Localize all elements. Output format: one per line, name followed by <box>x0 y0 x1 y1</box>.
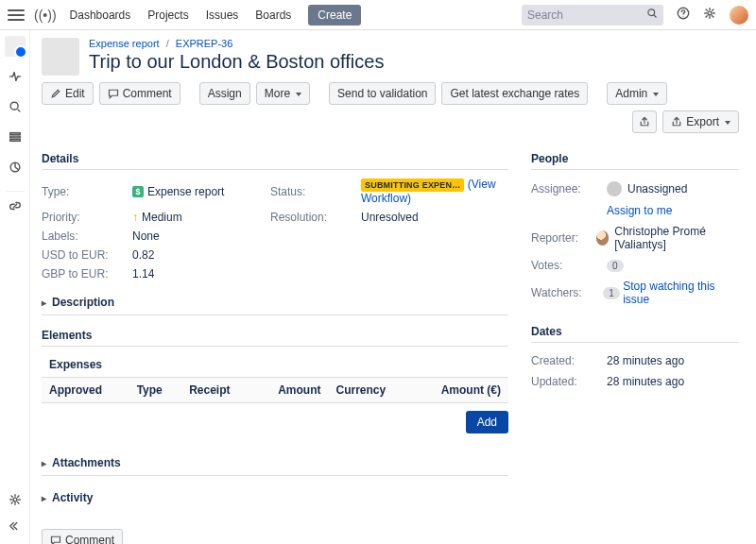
resolution-label: Resolution: <box>270 211 355 224</box>
priority-value: ↑Medium <box>132 211 265 224</box>
issue-thumbnail <box>42 38 79 76</box>
nav-issues[interactable]: Issues <box>206 8 239 22</box>
nav-projects[interactable]: Projects <box>147 8 188 22</box>
col-currency[interactable]: Currency <box>328 378 411 403</box>
svg-point-11 <box>13 498 17 502</box>
created-label: Created: <box>531 354 607 367</box>
type-value: $Expense report <box>132 185 265 198</box>
issue-title: Trip to our London & Boston offices <box>89 51 384 73</box>
col-receipt[interactable]: Receipt <box>181 378 253 403</box>
breadcrumb: Expense report / EXPREP-36 <box>89 38 384 49</box>
svg-point-0 <box>648 9 655 16</box>
get-rates-button[interactable]: Get latest exchange rates <box>441 82 588 105</box>
admin-button[interactable]: Admin <box>607 82 667 105</box>
description-toggle[interactable]: ▸Description <box>42 288 508 315</box>
votes-label: Votes: <box>531 259 607 272</box>
elements-heading: Elements <box>42 329 508 347</box>
col-amount-eur[interactable]: Amount (€) <box>412 378 508 403</box>
status-label: Status: <box>270 185 355 198</box>
hamburger-menu[interactable] <box>8 7 25 24</box>
type-label: Type: <box>42 185 127 198</box>
usd-eur-label: USD to EUR: <box>42 248 127 262</box>
nav-dashboards[interactable]: Dashboards <box>70 8 131 22</box>
reporter-label: Reporter: <box>531 231 596 245</box>
svg-point-5 <box>10 102 18 110</box>
broadcast-icon: ((•)) <box>34 8 57 23</box>
send-validation-button[interactable]: Send to validation <box>329 82 436 105</box>
attachments-toggle[interactable]: ▸Attachments <box>42 449 508 476</box>
edit-button[interactable]: Edit <box>42 82 94 105</box>
search-rail-icon[interactable] <box>5 96 26 117</box>
create-button[interactable]: Create <box>308 5 361 26</box>
assign-to-me-link[interactable]: Assign to me <box>607 204 672 217</box>
global-search[interactable]: Search <box>522 5 663 26</box>
rail-settings-icon[interactable] <box>5 489 26 510</box>
reporter-avatar-icon <box>596 230 610 246</box>
help-icon[interactable] <box>677 7 690 23</box>
user-avatar[interactable] <box>730 6 748 25</box>
updated-value: 28 minutes ago <box>607 375 684 388</box>
export-button[interactable]: Export <box>662 110 739 133</box>
link-icon[interactable] <box>5 196 26 216</box>
svg-rect-9 <box>9 140 20 142</box>
watchers-value: 1 <box>603 287 620 299</box>
created-value: 28 minutes ago <box>607 354 684 367</box>
dates-heading: Dates <box>531 325 739 343</box>
svg-rect-8 <box>9 136 20 138</box>
project-avatar[interactable] <box>5 36 26 57</box>
assignee-label: Assignee: <box>531 182 607 196</box>
col-type[interactable]: Type <box>129 378 182 403</box>
usd-eur-value: 0.82 <box>132 248 265 262</box>
more-button[interactable]: More <box>256 82 310 105</box>
resolution-value: Unresolved <box>361 211 508 224</box>
labels-value: None <box>132 230 265 243</box>
svg-point-3 <box>682 16 683 17</box>
details-heading: Details <box>42 152 508 170</box>
expense-type-icon: $ <box>132 186 144 197</box>
collapse-rail-icon[interactable] <box>5 516 26 536</box>
svg-rect-7 <box>9 133 20 135</box>
add-expense-button[interactable]: Add <box>466 411 508 434</box>
svg-point-4 <box>708 11 712 15</box>
watchers-label: Watchers: <box>531 286 603 299</box>
assignee-value: Unassigned <box>607 181 687 196</box>
assign-button[interactable]: Assign <box>199 82 250 105</box>
search-icon <box>646 8 658 22</box>
priority-medium-icon: ↑ <box>132 211 138 224</box>
search-placeholder: Search <box>527 8 563 22</box>
chevron-right-icon: ▸ <box>42 298 46 308</box>
updated-label: Updated: <box>531 375 607 388</box>
nav-boards[interactable]: Boards <box>255 8 291 22</box>
priority-label: Priority: <box>42 211 127 224</box>
chevron-right-icon: ▸ <box>42 458 46 468</box>
svg-line-1 <box>654 15 656 17</box>
people-heading: People <box>531 152 739 170</box>
gbp-eur-label: GBP to EUR: <box>42 267 127 280</box>
reporter-value: Christophe Promé [Valiantys] <box>596 225 739 251</box>
stop-watching-link[interactable]: Stop watching this issue <box>623 280 739 306</box>
status-value: SUBMITTING EXPEN… (View Workflow) <box>361 178 508 205</box>
activity-toggle[interactable]: ▸Activity <box>42 484 508 510</box>
svg-line-6 <box>17 110 20 112</box>
comment-button[interactable]: Comment <box>99 82 180 105</box>
unassigned-avatar-icon <box>607 181 622 196</box>
votes-value: 0 <box>607 260 624 272</box>
col-amount[interactable]: Amount <box>254 378 329 403</box>
breadcrumb-project[interactable]: Expense report <box>89 38 160 49</box>
labels-label: Labels: <box>42 230 127 243</box>
expenses-subheading: Expenses <box>42 354 508 373</box>
chevron-right-icon: ▸ <box>42 493 46 503</box>
share-button[interactable] <box>632 110 657 133</box>
gbp-eur-value: 1.14 <box>132 267 265 280</box>
reports-icon[interactable] <box>5 157 26 178</box>
settings-icon[interactable] <box>703 7 716 23</box>
footer-comment-button[interactable]: Comment <box>42 529 123 544</box>
breadcrumb-key[interactable]: EXPREP-36 <box>176 38 233 49</box>
col-approved[interactable]: Approved <box>42 378 129 403</box>
expenses-table: Approved Type Receipt Amount Currency Am… <box>42 377 508 403</box>
activity-icon[interactable] <box>5 66 26 87</box>
backlog-icon[interactable] <box>5 127 26 147</box>
